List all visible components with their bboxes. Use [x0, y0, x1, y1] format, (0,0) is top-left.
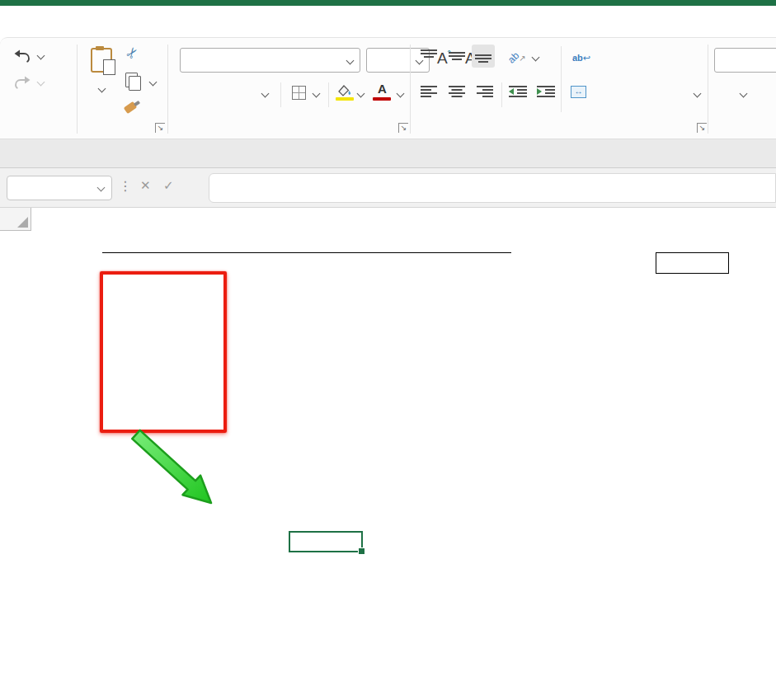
- middle-align-icon: [448, 49, 466, 63]
- bottom-align-button[interactable]: [472, 45, 495, 68]
- borders-dropdown-chevron-icon[interactable]: [313, 90, 321, 98]
- increase-indent-button[interactable]: [536, 85, 556, 100]
- font-color-chevron-icon[interactable]: [397, 90, 405, 98]
- group-separator: [167, 45, 168, 134]
- mini-separator: [501, 82, 502, 107]
- orientation-chevron-icon[interactable]: [532, 54, 540, 62]
- name-box[interactable]: [7, 176, 112, 200]
- ribbon: ˆ ˇ A ↗: [0, 37, 776, 139]
- cell-i2-bordered-box[interactable]: [656, 252, 729, 274]
- font-color-button[interactable]: A: [378, 83, 387, 95]
- mini-separator: [561, 46, 562, 112]
- title-bar-strip: [0, 0, 776, 6]
- name-box-chevron-icon: [97, 184, 106, 192]
- align-center-button[interactable]: [448, 85, 466, 100]
- decrease-indent-icon: [508, 85, 528, 100]
- redo-dropdown-chevron-icon[interactable]: [37, 78, 45, 87]
- decrease-indent-button[interactable]: [508, 85, 528, 100]
- undo-icon: [13, 48, 31, 63]
- green-arrow-annotation: [115, 416, 231, 515]
- copy-button[interactable]: [125, 73, 138, 87]
- undo-dropdown-chevron-icon[interactable]: [37, 52, 45, 60]
- merge-center-chevron-icon[interactable]: [694, 90, 702, 98]
- paste-clipboard-icon: [91, 48, 112, 73]
- fill-color-chevron-icon[interactable]: [357, 90, 365, 98]
- clipboard-dialog-launcher[interactable]: [155, 123, 165, 133]
- copy-dropdown-chevron-icon[interactable]: [149, 78, 158, 87]
- font-color-bar: [373, 97, 391, 101]
- excel-window: ˆ ˇ A ↗: [0, 0, 776, 700]
- mini-separator: [328, 82, 329, 107]
- group-separator: [77, 45, 78, 134]
- cut-button[interactable]: [126, 45, 138, 61]
- orientation-button[interactable]: ↗: [508, 49, 526, 64]
- disclaimer-bar: [0, 139, 776, 168]
- currency-chevron-icon[interactable]: [740, 90, 748, 98]
- font-dialog-launcher[interactable]: [398, 123, 408, 133]
- paste-button[interactable]: [82, 45, 120, 117]
- redo-button[interactable]: [13, 74, 31, 92]
- fill-color-button[interactable]: [336, 84, 353, 96]
- wrap-return-arrow-icon: ↩: [583, 53, 590, 63]
- align-center-icon: [448, 85, 466, 100]
- number-format-combobox[interactable]: [714, 48, 776, 73]
- copy-icon: [125, 73, 138, 87]
- format-painter-icon: [124, 101, 138, 114]
- top-align-icon: [420, 49, 438, 63]
- font-name-chevron-icon: [346, 57, 355, 65]
- borders-button[interactable]: [292, 86, 306, 100]
- paste-dropdown-chevron-icon: [97, 85, 106, 93]
- format-painter-button[interactable]: [125, 104, 136, 111]
- increase-indent-icon: [536, 85, 556, 100]
- align-left-icon: [420, 85, 438, 100]
- wrap-text-button[interactable]: ↩: [572, 49, 590, 64]
- formula-bar-row: ⋮ ✕ ✓: [0, 168, 776, 208]
- fill-color-bar: [336, 97, 354, 101]
- active-cell-selection: [289, 531, 363, 552]
- align-right-icon: [476, 85, 494, 100]
- ribbon-tab-bar: [0, 6, 776, 37]
- cancel-button[interactable]: ✕: [140, 178, 151, 193]
- bottom-align-icon: [474, 49, 492, 63]
- orientation-arrow-icon: ↗: [519, 54, 525, 63]
- middle-align-button[interactable]: [448, 49, 466, 63]
- undo-button[interactable]: [13, 48, 31, 66]
- paint-bucket-icon: [336, 84, 353, 96]
- group-separator: [708, 45, 708, 134]
- fill-handle[interactable]: [358, 547, 365, 555]
- font-name-combobox[interactable]: [180, 48, 360, 73]
- top-align-button[interactable]: [420, 49, 438, 63]
- underline-dropdown-chevron-icon[interactable]: [261, 90, 270, 98]
- red-highlight-box: [100, 271, 227, 433]
- merge-center-icon: ↔: [571, 86, 586, 98]
- select-all-corner[interactable]: [0, 208, 31, 231]
- align-left-button[interactable]: [420, 85, 438, 100]
- group-separator: [410, 45, 411, 134]
- enter-button[interactable]: ✓: [163, 178, 174, 193]
- redo-icon: [13, 74, 31, 89]
- data-table: [102, 252, 511, 253]
- align-right-button[interactable]: [476, 85, 494, 100]
- alignment-dialog-launcher[interactable]: [697, 123, 707, 133]
- mini-separator: [280, 82, 281, 107]
- formula-input[interactable]: [209, 173, 776, 203]
- merge-center-button[interactable]: ↔: [571, 86, 586, 98]
- name-box-splitter-icon[interactable]: ⋮: [119, 178, 132, 194]
